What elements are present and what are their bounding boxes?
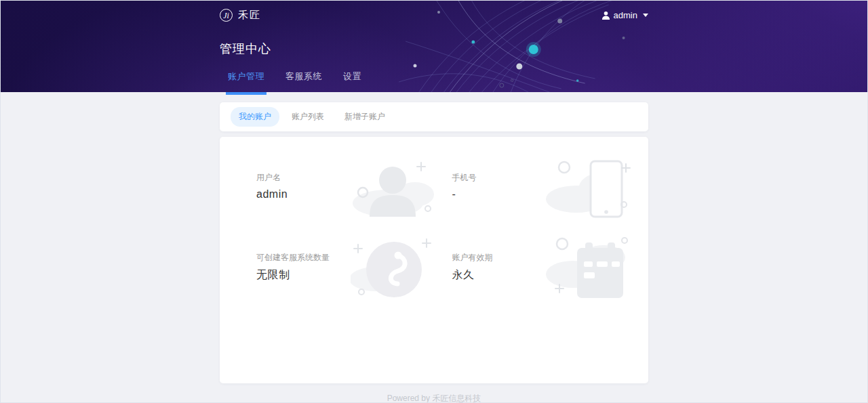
brand-name: 禾匠 [238,9,261,22]
calendar-illustration [546,237,631,301]
phone-value: - [452,188,477,200]
user-icon [601,11,610,20]
info-block-validity: 账户有效期 永久 [452,237,631,299]
avatar-illustration [351,157,435,221]
subtab-my-account[interactable]: 我的账户 [231,107,279,127]
info-block-phone: 手机号 - [452,157,631,219]
user-name: admin [614,10,637,20]
validity-label: 账户有效期 [452,252,493,263]
subtab-account-list[interactable]: 账户列表 [283,107,332,127]
page-title: 管理中心 [220,41,648,57]
phone-label: 手机号 [452,172,477,184]
brand-logo: Ji 禾匠 [220,9,261,22]
username-label: 用户名 [256,172,288,184]
tab-settings[interactable]: 设置 [343,70,361,92]
tab-account-management[interactable]: 账户管理 [228,70,264,92]
active-tab-underline [226,92,267,95]
validity-value: 永久 [452,268,493,282]
page: Ji 禾匠 admin 管理中心 账户管理 客服系 [0,0,868,403]
account-info-card: 用户名 admin [220,137,648,383]
brand-logo-icon: Ji [220,9,233,22]
chevron-down-icon [643,14,648,17]
creatable-systems-value: 无限制 [256,268,330,282]
user-menu[interactable]: admin [601,10,648,20]
footer-credit: Powered by 禾匠信息科技 [220,383,648,403]
creatable-systems-label: 可创建客服系统数量 [256,252,330,263]
subtabs-card: 我的账户 账户列表 新增子账户 [220,102,648,131]
phone-illustration [546,157,631,221]
tab-customer-service-system[interactable]: 客服系统 [285,70,322,92]
username-value: admin [256,188,288,200]
brand-swirl-illustration [351,237,435,301]
info-block-username: 用户名 admin [256,157,435,219]
main-area: 我的账户 账户列表 新增子账户 用户名 admin [1,102,867,403]
app-header: Ji 禾匠 admin 管理中心 账户管理 客服系 [1,1,867,92]
info-block-creatable-systems: 可创建客服系统数量 无限制 [256,237,435,299]
main-tabs: 账户管理 客服系统 设置 [228,70,361,92]
subtab-add-subaccount[interactable]: 新增子账户 [336,107,393,127]
